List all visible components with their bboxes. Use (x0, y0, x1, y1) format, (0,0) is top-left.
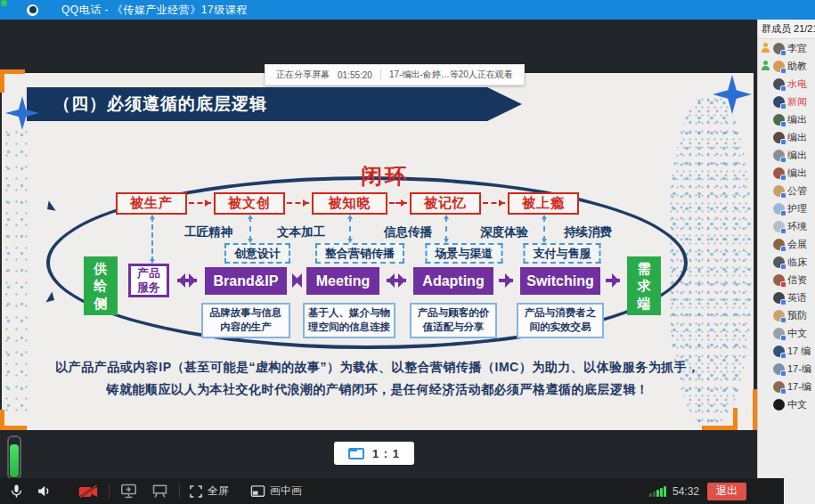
member-row[interactable]: 17 编 (758, 342, 815, 360)
member-name: 信资 (787, 273, 807, 287)
member-row[interactable]: 编出 (758, 164, 815, 182)
process-box-switching: Switching (520, 267, 600, 295)
stage-box-remembered: 被记忆 (410, 192, 481, 215)
avatar (773, 78, 785, 90)
video-status-badge (780, 353, 786, 359)
camera-off-button[interactable] (78, 484, 98, 500)
craft-label-1: 工匠精神 (184, 224, 232, 240)
member-row[interactable]: 李宜 (758, 39, 815, 57)
member-row[interactable]: 临床 (758, 253, 815, 271)
divider (109, 484, 110, 499)
member-name: 会展 (787, 238, 807, 251)
process-box-adapting: Adapting (413, 267, 493, 295)
member-row[interactable]: 中文 (758, 395, 815, 413)
window-title: QQ电话 - 《传媒产业经营》17级课程 (61, 3, 248, 18)
fullscreen-label: 全屏 (208, 484, 229, 499)
microphone-button[interactable] (9, 484, 24, 499)
vertical-connector (151, 216, 153, 262)
whiteboard-icon (151, 484, 168, 499)
exit-button[interactable]: 退出 (707, 483, 746, 500)
process-note-1: 品牌故事与信息内容的生产 (201, 303, 290, 338)
video-status-badge (780, 370, 786, 377)
member-row[interactable]: 护理 (758, 199, 815, 217)
slide-heading: （四）必须遵循的底层逻辑 (53, 93, 267, 116)
member-row[interactable]: 中文 (758, 324, 815, 342)
process-arrow (499, 279, 513, 282)
share-screen-icon (120, 484, 137, 499)
member-row[interactable]: 编出 (758, 110, 815, 128)
star-decoration-left (5, 96, 39, 130)
member-name: 护理 (787, 202, 807, 215)
video-status-badge (780, 299, 786, 305)
avatar (773, 61, 785, 72)
member-name: 编出 (787, 113, 807, 126)
dashed-box-creative: 创意设计 (224, 243, 290, 264)
zoom-ratio-label: 1 : 1 (372, 447, 400, 460)
camera-off-icon (78, 484, 98, 500)
share-border-corner (0, 69, 4, 93)
star-decoration-right (713, 75, 752, 114)
avatar (773, 43, 785, 54)
status-dot (1, 0, 7, 6)
fullscreen-button[interactable]: 全屏 (189, 484, 229, 499)
avatar (773, 292, 785, 304)
stage-arrow (287, 202, 309, 204)
share-border-corner (733, 408, 738, 430)
member-name: 17-编 (787, 380, 811, 394)
avatar (773, 256, 785, 268)
member-row[interactable]: 编出 (758, 128, 815, 146)
sharing-duration: 01:55:20 (338, 70, 372, 80)
call-timer: 54:32 (672, 485, 699, 498)
avatar (773, 203, 785, 215)
vertical-connector (249, 216, 251, 241)
member-count-header: 群成员 21/21 (758, 20, 815, 39)
stage-arrow (389, 202, 407, 204)
video-status-badge (780, 210, 786, 216)
member-row[interactable]: 信资 (758, 271, 815, 289)
member-name: 公管 (787, 184, 807, 198)
pip-button[interactable]: 画中画 (250, 484, 302, 499)
product-service-box: 产品服务 (128, 264, 169, 297)
loop-arrowhead (38, 200, 55, 217)
process-arrow (177, 279, 197, 282)
member-row[interactable]: 新闻 (758, 93, 815, 110)
member-row[interactable]: 编出 (758, 146, 815, 164)
member-row[interactable]: 会展 (758, 235, 815, 253)
member-row[interactable]: 17-编 (758, 360, 815, 378)
member-list: 李宜 助教 水电 新闻 编出 编出 (758, 39, 815, 413)
member-row[interactable]: 环境 (758, 217, 815, 235)
member-row[interactable]: 预防 (758, 306, 815, 324)
member-row[interactable]: 水电 (758, 75, 815, 93)
avatar (773, 239, 785, 250)
avatar (773, 345, 785, 357)
dashed-box-scene: 场景与渠道 (426, 243, 503, 264)
member-name: 环境 (787, 220, 807, 233)
member-row[interactable]: 公管 (758, 182, 815, 199)
whiteboard-button[interactable] (151, 484, 168, 499)
member-row[interactable]: 助教 (758, 57, 815, 75)
share-border-corner (702, 426, 738, 430)
member-row[interactable]: 英语 (758, 289, 815, 306)
share-screen-button[interactable] (120, 484, 137, 499)
video-status-badge (780, 281, 786, 288)
speaker-button[interactable] (37, 484, 52, 499)
stage-arrow (483, 202, 505, 204)
video-status-badge (780, 228, 786, 234)
craft-label-4: 深度体验 (480, 224, 528, 240)
slide-heading-banner: （四）必须遵循的底层逻辑 (27, 87, 522, 121)
video-status-badge (780, 139, 786, 145)
zoom-ratio-control[interactable]: 1 : 1 (334, 442, 414, 465)
video-status-badge (780, 192, 786, 199)
avatar (773, 114, 785, 126)
member-name: 预防 (787, 309, 807, 322)
avatar (773, 381, 785, 393)
member-name: 中文 (787, 327, 807, 340)
video-status-badge (780, 246, 786, 252)
avatar (773, 185, 785, 197)
member-row[interactable]: 17-编 (758, 378, 815, 395)
video-status-badge (780, 50, 786, 56)
craft-label-2: 文本加工 (277, 224, 325, 240)
qq-logo-icon (27, 4, 38, 16)
member-name: 水电 (787, 77, 807, 91)
avatar (773, 274, 785, 286)
